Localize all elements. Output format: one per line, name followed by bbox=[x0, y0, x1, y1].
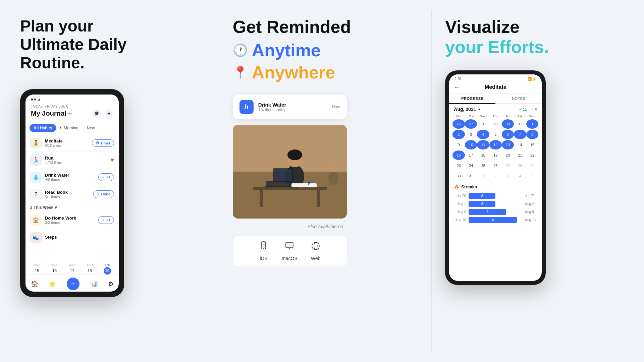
habit-action-homework[interactable]: ✓ +1 bbox=[98, 216, 114, 224]
svg-rect-21 bbox=[286, 243, 293, 247]
subtitle-anytime: 🕐 Anytime bbox=[233, 40, 418, 60]
cal-week-5: 23 24 25 26 27 28 29 bbox=[452, 161, 538, 170]
also-available-text: Also Available on bbox=[233, 224, 418, 229]
status-icons: ■ ■ ▲ bbox=[31, 97, 41, 101]
habit-action-drinkwater[interactable]: ✓ +1 bbox=[98, 173, 114, 181]
left-title: Plan your Ultimate Daily Routine. bbox=[20, 17, 206, 72]
notif-habit-name: Drink Water bbox=[258, 102, 327, 108]
streak-row-4: Aug 10 4 Aug 13 bbox=[454, 217, 537, 223]
cal-day: 12 bbox=[489, 140, 502, 149]
phone-header: TODAY, FRIDAY JUL 6 My Journal ✏ 🎓 ≡ bbox=[25, 103, 119, 121]
flame-icon: 🔥 bbox=[454, 184, 459, 189]
tab-notes[interactable]: NOTES bbox=[495, 94, 542, 103]
cal-day: 9 bbox=[452, 140, 465, 149]
macos-icon bbox=[285, 241, 294, 253]
edit-icon: ✏ bbox=[68, 111, 72, 116]
streak-right-1: Jul 27 bbox=[525, 194, 537, 198]
date-tue: TUE16 bbox=[51, 263, 58, 275]
cal-day: 21 bbox=[514, 150, 526, 160]
cal-week-4: 16 17 18 19 20 21 22 bbox=[452, 150, 538, 160]
platform-ios: iOS bbox=[259, 241, 268, 261]
habit-sub-readbook: 0/1 times bbox=[45, 195, 90, 199]
tab-progress[interactable]: PROGRESS bbox=[449, 94, 495, 104]
menu-dots[interactable]: ⋮ bbox=[531, 83, 537, 91]
cal-day: 26 bbox=[489, 161, 502, 170]
cal-day: 27 bbox=[465, 119, 477, 129]
cal-day: 5 bbox=[489, 130, 502, 139]
cal-day: 31 bbox=[514, 119, 526, 129]
svg-point-18 bbox=[263, 248, 264, 249]
habit-sub-meditate: 0/10 mins bbox=[45, 143, 89, 147]
cal-day: 3 bbox=[502, 171, 514, 181]
cal-day: 29 bbox=[489, 119, 502, 129]
platform-row: iOS macOS bbox=[233, 236, 347, 266]
cal-day: 11 bbox=[477, 140, 489, 149]
subtitle-anywhere: 📍 Anywhere bbox=[233, 62, 418, 82]
streak-row-3: Aug 6 3 Aug 8 bbox=[454, 209, 537, 215]
cal-day: 5 bbox=[526, 171, 539, 181]
habit-name-drinkwater: Drink Water bbox=[45, 173, 95, 178]
cal-week-2: 2 3 4 5 6 7 8 bbox=[452, 130, 538, 139]
habit-icon-drinkwater: 💧 bbox=[30, 172, 42, 183]
date-row: MON15 TUE16 WED17 THU18 FRI19 bbox=[25, 262, 119, 275]
cal-day: 19 bbox=[489, 150, 502, 160]
clock-icon: 🕐 bbox=[233, 43, 248, 57]
cal-week-3: 9 10 11 12 13 14 15 bbox=[452, 140, 538, 149]
habit-name-steps: Steps bbox=[45, 235, 114, 240]
status-time: 2:20 bbox=[454, 77, 461, 81]
cal-day: 20 bbox=[502, 150, 514, 160]
svg-point-9 bbox=[287, 149, 302, 160]
pin-icon: 📍 bbox=[233, 65, 248, 79]
chevron-down-icon[interactable]: ▼ bbox=[477, 108, 481, 111]
cal-day: 17 bbox=[465, 150, 477, 160]
left-phone-mockup: ■ ■ ▲ TODAY, FRIDAY JUL 6 My Journal ✏ 🎓… bbox=[20, 89, 124, 297]
svg-rect-17 bbox=[262, 242, 265, 248]
cal-day: 4 bbox=[514, 171, 526, 181]
date-fri: FRI19 bbox=[104, 263, 111, 275]
notif-habit-sub: 1/4 times today bbox=[258, 108, 327, 112]
phone2-header: ← Meditate ⋮ bbox=[449, 82, 542, 94]
cal-day: 29 bbox=[526, 161, 539, 170]
cal-month: Aug, 2021 ▼ bbox=[454, 107, 481, 112]
cal-day: 2 bbox=[489, 171, 502, 181]
phone2-title: Meditate bbox=[485, 84, 506, 90]
platform-web: Web bbox=[311, 241, 321, 261]
notif-time: Now bbox=[332, 105, 340, 109]
cal-day: 30 bbox=[502, 119, 514, 129]
streak-left-1: Jul 26 bbox=[454, 194, 466, 198]
cal-day: 30 bbox=[452, 171, 465, 181]
habit-action-meditate[interactable]: ⏱ Timer bbox=[92, 139, 114, 147]
cal-header: Aug, 2021 ▼ ✓ 11 → 0 bbox=[449, 104, 542, 115]
nav-add-btn[interactable]: + bbox=[67, 278, 79, 290]
cal-day: 13 bbox=[502, 140, 514, 149]
middle-title: Get Reminded bbox=[233, 17, 418, 37]
streaks-section: 🔥 Streaks Jul 26 2 Jul 27 Aug 1 2 Aug 2 bbox=[449, 182, 542, 228]
nav-settings[interactable]: ⚙ bbox=[108, 280, 113, 288]
streak-bar-1: 2 bbox=[469, 193, 495, 199]
progress-notes-tabs: PROGRESS NOTES bbox=[449, 94, 542, 104]
cal-day: 14 bbox=[514, 140, 526, 149]
nav-star[interactable]: ⭐ bbox=[49, 280, 56, 288]
streak-bar-3: 3 bbox=[469, 209, 506, 215]
back-button[interactable]: ← bbox=[454, 84, 460, 91]
weekly-section-label: 2 This Week ∨ bbox=[25, 203, 119, 212]
cal-day: 7 bbox=[514, 130, 526, 139]
nav-home[interactable]: 🏠 bbox=[31, 280, 38, 288]
streak-right-3: Aug 8 bbox=[525, 210, 537, 214]
cal-stat-gray: → 0 bbox=[530, 107, 537, 112]
phone-date: TODAY, FRIDAY JUL 6 bbox=[31, 105, 113, 108]
tab-all-habits[interactable]: All Habits bbox=[30, 124, 56, 132]
status-icons2: 📶 🔋 bbox=[528, 77, 537, 81]
tab-new[interactable]: +New bbox=[84, 126, 95, 130]
habit-action-readbook[interactable]: ✓ Done bbox=[93, 190, 114, 198]
cal-day: 28 bbox=[477, 119, 489, 129]
ios-icon bbox=[259, 241, 268, 253]
cal-week-1: 26 27 28 29 30 31 1 bbox=[452, 119, 538, 129]
streak-left-3: Aug 6 bbox=[454, 210, 466, 214]
nav-chart[interactable]: 📊 bbox=[90, 280, 98, 288]
streak-bar-4: 4 bbox=[469, 217, 517, 223]
tab-morning[interactable]: ☀Morning bbox=[59, 126, 78, 130]
cal-day: 26 bbox=[452, 119, 465, 129]
cal-day: 1 bbox=[477, 171, 489, 181]
habit-sub-homework: 0/3 times bbox=[45, 221, 95, 225]
